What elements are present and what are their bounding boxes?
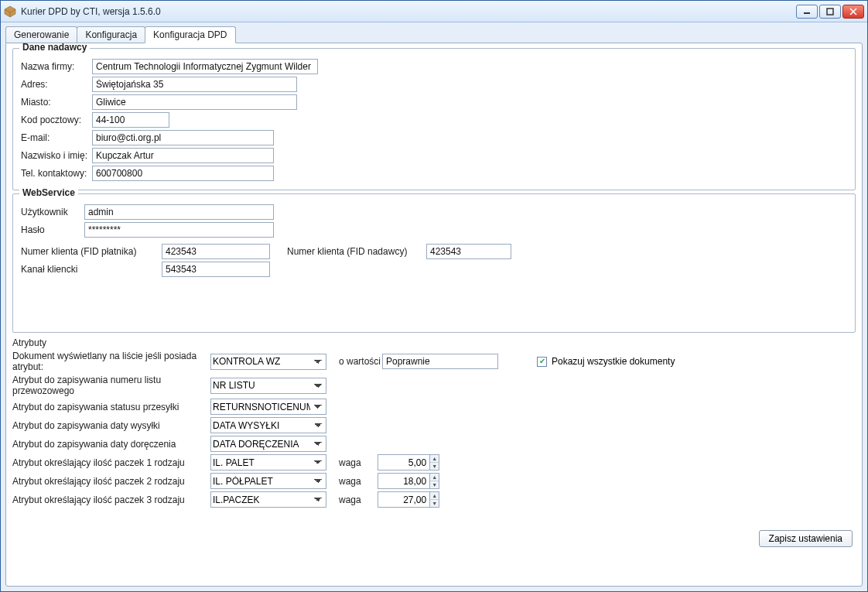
input-ws-pass[interactable] xyxy=(84,222,274,238)
select-pkg3[interactable]: IL.PACZEK xyxy=(210,491,326,508)
group-webservice: WebService Użytkownik Hasło Numer klient… xyxy=(12,193,856,333)
spin-down-icon[interactable]: ▼ xyxy=(430,481,439,488)
checkbox-show-all-wrap[interactable]: ✔ Pokazuj wszystkie dokumenty xyxy=(537,356,675,367)
input-ws-user[interactable] xyxy=(84,204,274,220)
label-ws-user: Użytkownik xyxy=(21,207,84,217)
window-title: Kurier DPD by CTI, wersja 1.5.6.0 xyxy=(21,6,796,17)
label-waga-2: waga xyxy=(339,476,378,487)
tab-generowanie[interactable]: Generowanie xyxy=(5,26,77,43)
label-status: Atrybut do zapisywania statusu przesyłki xyxy=(12,402,210,412)
close-button[interactable] xyxy=(842,5,864,19)
label-waga-1: waga xyxy=(339,457,378,468)
input-pkg2-weight[interactable] xyxy=(378,474,429,488)
input-fid-payer[interactable] xyxy=(162,244,270,259)
select-pkg2[interactable]: IL. PÓŁPALET xyxy=(210,473,326,489)
window-controls xyxy=(796,5,864,19)
group-sender: Dane nadawcy Nazwa firmy: Adres: Miasto:… xyxy=(12,48,856,190)
label-shipdate: Atrybut do zapisywania daty wysyłki xyxy=(12,420,210,431)
input-pkg1-weight[interactable] xyxy=(378,455,429,470)
select-waybill[interactable]: NR LISTU xyxy=(210,378,326,394)
tab-konfiguracja-dpd[interactable]: Konfiguracja DPD xyxy=(145,26,235,43)
label-ws-pass: Hasło xyxy=(21,224,84,235)
input-city[interactable] xyxy=(92,94,297,110)
tab-konfiguracja[interactable]: Konfiguracja xyxy=(77,26,145,43)
maximize-button[interactable] xyxy=(819,5,841,19)
label-email: E-mail: xyxy=(21,132,92,143)
svg-rect-3 xyxy=(827,9,833,15)
label-name: Nazwisko i imię: xyxy=(21,150,92,161)
label-doc-visible: Dokument wyświetlany na liście jeśli pos… xyxy=(12,351,210,372)
input-name[interactable] xyxy=(92,148,274,163)
label-postal: Kod pocztowy: xyxy=(21,115,92,125)
label-pkg3: Atrybut określający ilość paczek 3 rodza… xyxy=(12,494,210,505)
label-phone: Tel. kontaktowy: xyxy=(21,168,92,179)
spinner-pkg2-weight[interactable]: ▲▼ xyxy=(378,473,439,489)
label-fid-sender: Numer klienta (FID nadawcy) xyxy=(287,246,426,257)
app-window: Kurier DPD by CTI, wersja 1.5.6.0 Genero… xyxy=(0,0,868,592)
label-fid-payer: Numer klienta (FID płatnika) xyxy=(21,246,162,257)
label-show-all: Pokazuj wszystkie dokumenty xyxy=(552,356,675,367)
spin-down-icon[interactable]: ▼ xyxy=(430,500,439,507)
input-o-wartosci[interactable] xyxy=(382,354,498,369)
spin-up-icon[interactable]: ▲ xyxy=(430,474,439,481)
label-company: Nazwa firmy: xyxy=(21,61,92,72)
spin-up-icon[interactable]: ▲ xyxy=(430,492,439,500)
label-city: Miasto: xyxy=(21,97,92,108)
spinner-pkg1-weight[interactable]: ▲▼ xyxy=(378,454,439,471)
label-waybill: Atrybut do zapisywania numeru listu prze… xyxy=(12,375,210,396)
select-doc-visible[interactable]: KONTROLA WZ xyxy=(210,354,326,370)
select-pkg1[interactable]: IL. PALET xyxy=(210,454,326,471)
input-postal[interactable] xyxy=(92,112,169,128)
group-webservice-legend: WebService xyxy=(19,187,78,198)
input-phone[interactable] xyxy=(92,166,274,181)
label-waga-3: waga xyxy=(339,494,378,505)
select-shipdate[interactable]: DATA WYSYŁKI xyxy=(210,417,326,433)
spin-down-icon[interactable]: ▼ xyxy=(430,463,439,470)
label-pkg2: Atrybut określający ilość paczek 2 rodza… xyxy=(12,476,210,487)
client-area: Generowanie Konfiguracja Konfiguracja DP… xyxy=(1,22,867,591)
package-icon xyxy=(4,5,16,18)
select-status[interactable]: RETURNSNOTICENUMBER xyxy=(210,399,326,415)
minimize-button[interactable] xyxy=(796,5,818,19)
input-pkg3-weight[interactable] xyxy=(378,492,429,507)
group-sender-legend: Dane nadawcy xyxy=(19,43,90,53)
checkbox-show-all[interactable]: ✔ xyxy=(537,357,547,367)
input-fid-sender[interactable] xyxy=(426,244,511,259)
label-delivdate: Atrybut do zapisywania daty doręczenia xyxy=(12,439,210,450)
tabstrip: Generowanie Konfiguracja Konfiguracja DP… xyxy=(5,26,863,43)
save-settings-button[interactable]: Zapisz ustawienia xyxy=(759,530,853,547)
select-delivdate[interactable]: DATA DORĘCZENIA xyxy=(210,436,326,452)
spin-up-icon[interactable]: ▲ xyxy=(430,455,439,463)
section-attributes-title: Atrybuty xyxy=(12,337,856,348)
input-company[interactable] xyxy=(92,59,318,74)
label-pkg1: Atrybut określający ilość paczek 1 rodza… xyxy=(12,457,210,468)
tab-panel: Dane nadawcy Nazwa firmy: Adres: Miasto:… xyxy=(5,43,863,587)
titlebar: Kurier DPD by CTI, wersja 1.5.6.0 xyxy=(1,1,867,22)
input-email[interactable] xyxy=(92,130,274,145)
label-o-wartosci: o wartości xyxy=(339,356,382,367)
input-channel[interactable] xyxy=(162,262,270,277)
label-address: Adres: xyxy=(21,79,92,90)
label-channel: Kanał kliencki xyxy=(21,264,162,275)
input-address[interactable] xyxy=(92,77,297,92)
spinner-pkg3-weight[interactable]: ▲▼ xyxy=(378,491,439,508)
